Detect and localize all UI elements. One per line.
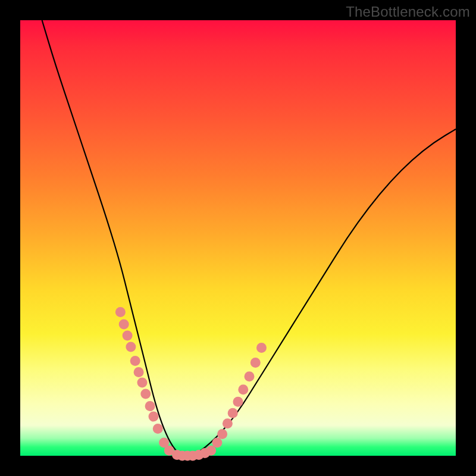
marker-dot [223, 418, 233, 428]
marker-dot [245, 371, 255, 381]
marker-dot [153, 424, 163, 434]
marker-group [115, 307, 267, 461]
marker-dot [238, 384, 248, 394]
marker-dot [212, 438, 222, 448]
marker-dot [228, 408, 238, 418]
chart-frame: TheBottleneck.com [0, 0, 476, 476]
plot-area [20, 20, 456, 456]
marker-dot [123, 331, 133, 341]
marker-dot [137, 378, 148, 388]
watermark-text: TheBottleneck.com [346, 4, 470, 20]
marker-dot [217, 429, 227, 439]
curve-layer [20, 20, 456, 456]
marker-dot [134, 367, 144, 377]
marker-dot [130, 356, 140, 366]
marker-dot [145, 401, 155, 411]
marker-dot [256, 343, 267, 353]
marker-dot [115, 307, 126, 317]
marker-dot [149, 412, 159, 422]
marker-dot [126, 342, 136, 352]
bottleneck-curve [42, 20, 456, 456]
marker-dot [250, 358, 261, 368]
marker-dot [233, 397, 243, 407]
marker-dot [140, 389, 151, 399]
marker-dot [119, 319, 129, 329]
